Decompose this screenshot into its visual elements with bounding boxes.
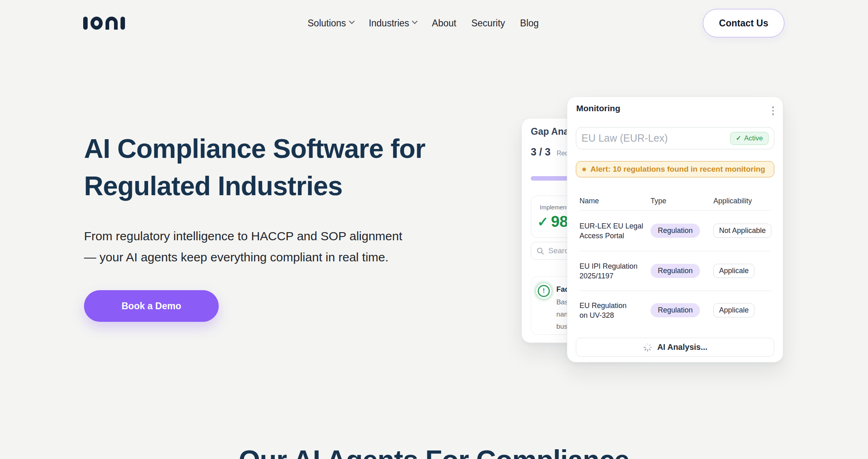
column-header-applicability: Applicability	[713, 197, 771, 205]
page-title: AI Compliance Software for Regulated Ind…	[84, 130, 425, 205]
warning-circle-icon: !	[538, 285, 550, 297]
row-name: EU Regulation on UV-328	[579, 301, 650, 320]
search-icon	[536, 247, 544, 255]
applicability-badge: Not Applicable	[713, 224, 771, 238]
logo-glyph-o	[90, 17, 103, 30]
applicability-badge: Applicale	[713, 303, 754, 317]
nav-item-label: Blog	[520, 18, 539, 29]
active-status-badge: ✓ Active	[730, 132, 769, 145]
ai-analysis-button[interactable]: AI Analysis...	[576, 338, 774, 357]
hero-subtitle-line1: From regulatory intelligence to HACCP an…	[84, 229, 402, 243]
table-row[interactable]: EUR-LEX EU Legal Access Portal Regulatio…	[579, 210, 771, 251]
contact-us-button[interactable]: Contact Us	[703, 9, 784, 37]
nav-item-about[interactable]: About	[432, 18, 456, 29]
nav-item-security[interactable]: Security	[471, 18, 505, 29]
type-badge: Regulation	[650, 303, 700, 317]
hero-subtitle-line2: — your AI agents keep everything complia…	[84, 250, 388, 264]
landing-page: Solutions Industries About Security Blog…	[0, 0, 868, 459]
row-name: EU IPI Regulation 2025/1197	[579, 261, 650, 281]
chevron-down-icon	[349, 18, 355, 24]
book-demo-button[interactable]: Book a Demo	[84, 290, 219, 322]
nav-item-solutions[interactable]: Solutions	[308, 18, 354, 29]
monitor-source-name: EU Law (EUR-Lex)	[582, 132, 668, 144]
nav-item-blog[interactable]: Blog	[520, 18, 539, 29]
monitoring-card: Monitoring EU Law (EUR-Lex) ✓ Active Ale…	[567, 97, 783, 362]
monitor-source-input[interactable]: EU Law (EUR-Lex) ✓ Active	[576, 127, 774, 149]
section-heading: Our AI Agents For Compliance	[0, 444, 868, 459]
column-header-type: Type	[650, 197, 713, 205]
status-label: Active	[744, 134, 763, 142]
gap-progress-value: 3 / 3	[531, 146, 551, 158]
type-badge: Regulation	[650, 224, 700, 238]
nav-item-label: Industries	[369, 18, 409, 29]
alert-banner: Alert: 10 regulations found in recent mo…	[576, 161, 774, 177]
hero-title-line2: Regulated Industries	[84, 171, 342, 201]
column-header-name: Name	[579, 197, 650, 205]
warning-mark: !	[543, 287, 545, 295]
ioni-logo[interactable]	[83, 17, 125, 30]
main-nav: Solutions Industries About Security Blog	[308, 0, 539, 46]
chevron-down-icon	[412, 18, 418, 24]
alert-text: Alert: 10 regulations found in recent mo…	[590, 165, 765, 174]
applicability-badge: Applicale	[713, 264, 754, 278]
nav-item-label: Solutions	[308, 18, 346, 29]
logo-glyph-i	[121, 17, 125, 30]
hero-subtitle: From regulatory intelligence to HACCP an…	[84, 226, 402, 268]
type-badge: Regulation	[650, 264, 700, 278]
logo-glyph-n	[106, 17, 118, 30]
row-name: EUR-LEX EU Legal Access Portal	[579, 221, 650, 241]
table-header: Name Type Applicability	[579, 193, 771, 209]
logo-glyph-i	[83, 17, 88, 30]
nav-item-label: About	[432, 18, 456, 29]
nav-item-label: Security	[471, 18, 505, 29]
nav-item-industries[interactable]: Industries	[369, 18, 417, 29]
hero-title-line1: AI Compliance Software for	[84, 134, 425, 164]
table-row[interactable]: EU IPI Regulation 2025/1197 Regulation A…	[579, 251, 771, 291]
ai-analysis-label: AI Analysis...	[657, 343, 708, 352]
kebab-menu-icon[interactable]	[771, 106, 775, 116]
check-icon: ✓	[537, 214, 549, 230]
table-row[interactable]: EU Regulation on UV-328 Regulation Appli…	[579, 291, 771, 330]
check-icon: ✓	[736, 134, 741, 142]
spinner-icon	[643, 343, 653, 352]
monitoring-title: Monitoring	[576, 103, 620, 113]
alert-dot-icon	[582, 168, 586, 171]
